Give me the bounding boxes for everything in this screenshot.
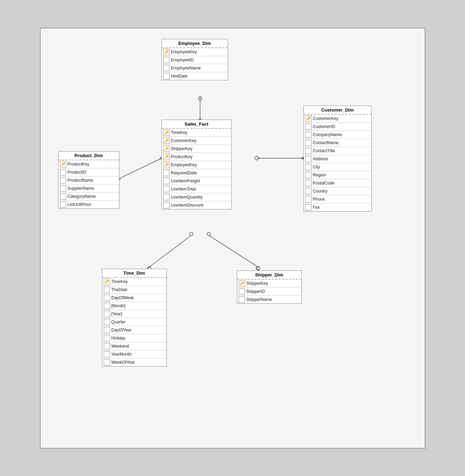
sales-fact-header: Sales_Fact (162, 120, 231, 129)
field-icon (163, 57, 170, 63)
lineitemfreight-field: LineItemFreight (171, 179, 200, 183)
listunitprice-row: ListUnitPrice (59, 201, 119, 208)
productname-field: ProductName (68, 178, 93, 183)
field-icon (104, 343, 110, 349)
lineitemdiscount-field: LineItemDiscount (171, 203, 204, 208)
field-icon (305, 132, 312, 138)
field-icon (305, 196, 312, 202)
hire-date-row: HireDate (162, 72, 228, 80)
cf11 (256, 266, 260, 268)
dayofweek-field: DayOfWeek (111, 295, 134, 300)
country-row: Country (304, 187, 371, 195)
city-field: City (313, 165, 320, 169)
shipperkey-row: 🔑 ShipperKey (162, 145, 231, 153)
contactname-field: ContactName (313, 140, 339, 145)
yearmonth-row: YearMonth (102, 350, 166, 358)
year-field: [Year] (111, 311, 122, 316)
connector-sales-time (149, 235, 191, 267)
thedate-row: TheDate (102, 286, 166, 294)
sales-fact-table: Sales_Fact 🔑 TimeKey 🔑 CustomerKey 🔑 Shi… (162, 120, 232, 209)
cf8 (257, 158, 259, 160)
weekofyear-field: WeekOfYear (111, 360, 135, 365)
quarter-row: Quarter (102, 318, 166, 326)
requireddate-row: RequiredDate (162, 169, 231, 177)
customerkey-field: CustomerKey (171, 138, 197, 143)
field-icon (305, 172, 312, 178)
field-icon (60, 201, 66, 208)
field-icon (60, 177, 66, 183)
connector-sales-product-h (118, 158, 162, 179)
employee-id-field: EmployeeID (171, 58, 194, 62)
shipperkey-row2: 🔑 ShipperKey (237, 280, 301, 288)
productkey-field2: ProductKey (68, 162, 89, 167)
field-icon (163, 194, 170, 200)
field-icon (239, 288, 245, 295)
productkey-row: 🔑 ProductKey (162, 153, 231, 161)
productid-field: ProductID (68, 170, 86, 175)
key-icon: 🔑 (163, 49, 170, 55)
key-icon: 🔑 (305, 115, 312, 122)
lineitemtotal-field: LineItemTotal (171, 187, 196, 192)
productid-row: ProductID (59, 168, 119, 176)
field-icon (104, 303, 110, 309)
marker-sales-bottom-left (190, 232, 193, 236)
field-icon (163, 186, 170, 192)
time-dim-header: Time_Dim (102, 269, 166, 278)
key-icon: 🔑 (163, 146, 170, 152)
timekey-field2: TimeKey (111, 279, 128, 284)
field-icon (305, 123, 312, 130)
employee-key-row: 🔑 EmployeeKey (162, 48, 228, 56)
lineitemquantity-field: LineItemQuantity (171, 195, 203, 200)
companyname-field: CompanyName (313, 132, 342, 137)
yearmonth-field: YearMonth (111, 352, 132, 357)
marker-shipper-top (256, 267, 260, 270)
key-icon: 🔑 (239, 280, 245, 287)
employee-name-row: EmployeeName (162, 64, 228, 72)
field-icon (163, 65, 170, 71)
shipperid-field: ShipperID (246, 289, 265, 294)
productname-row: ProductName (59, 176, 119, 185)
listunitprice-field: ListUnitPrice (68, 202, 91, 207)
connector-sales-shipper (209, 235, 258, 267)
dayofyear-field: DayOfYear (111, 328, 132, 333)
lineitemdiscount-row: LineItemDiscount (162, 201, 231, 209)
field-icon (60, 169, 66, 175)
lineitemquantity-row: LineItemQuantity (162, 193, 231, 201)
field-icon (104, 287, 110, 293)
region-row: Region (304, 171, 371, 179)
year-row: [Year] (102, 310, 166, 318)
phone-row: Phone (304, 195, 371, 203)
cf7 (257, 156, 259, 158)
customerkey-row2: 🔑 CustomerKey (304, 115, 371, 123)
customerid-field: CustomerID (313, 124, 335, 129)
shippername-field: ShipperName (246, 297, 272, 302)
employeekey-field: EmployeeKey (171, 162, 197, 167)
field-icon (305, 204, 312, 210)
marker-employee-top (198, 97, 202, 100)
suppliername-field: SupplierName (68, 186, 94, 191)
lineitemtotal-row: LineItemTotal (162, 185, 231, 193)
month-row: [Month] (102, 302, 166, 310)
shipperid-row: ShipperID (237, 288, 301, 296)
diagram-canvas: Employee_Dim 🔑 EmployeeKey EmployeeID Em… (40, 28, 425, 449)
employee-dim-table: Employee_Dim 🔑 EmployeeKey EmployeeID Em… (162, 39, 228, 80)
dayofweek-row: DayOfWeek (102, 294, 166, 302)
weekend-field: Weekend (111, 344, 129, 349)
fax-row: Fax (304, 203, 371, 211)
customerid-row: CustomerID (304, 123, 371, 131)
employeekey-row: 🔑 EmployeeKey (162, 161, 231, 169)
field-icon (305, 180, 312, 186)
key-icon: 🔑 (163, 129, 170, 136)
employee-name-field: EmployeeName (171, 66, 201, 71)
customer-dim-table: Customer_Dim 🔑 CustomerKey CustomerID Co… (303, 106, 372, 212)
field-icon (305, 140, 312, 146)
field-icon (104, 295, 110, 301)
contacttitle-field: ContactTitle (313, 148, 335, 153)
field-icon (104, 327, 110, 333)
field-icon (239, 296, 245, 303)
postalcode-field: PostalCode (313, 181, 335, 186)
field-icon (163, 202, 170, 208)
country-field: Country (313, 189, 328, 194)
requireddate-field: RequiredDate (171, 170, 197, 175)
timekey-row2: 🔑 TimeKey (102, 278, 166, 286)
